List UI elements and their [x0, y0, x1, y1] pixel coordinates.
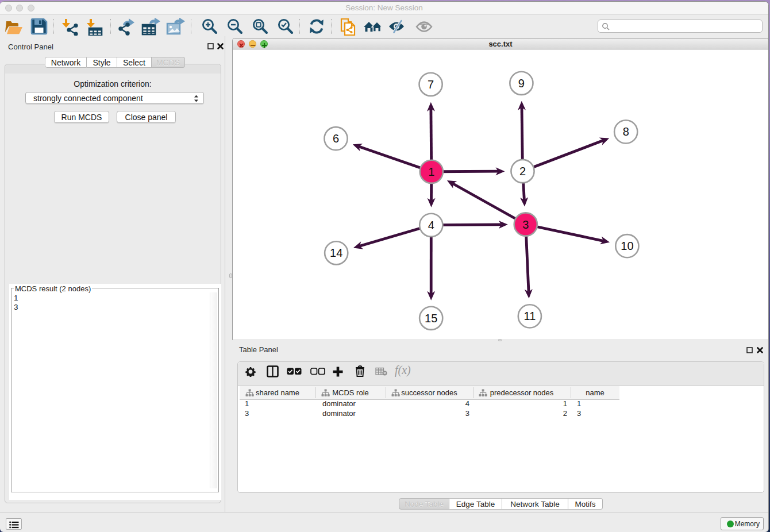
- svg-text:1: 1: [428, 165, 434, 178]
- svg-text:8: 8: [623, 125, 629, 138]
- svg-text:14: 14: [330, 246, 342, 259]
- svg-text:4: 4: [428, 219, 434, 232]
- svg-text:7: 7: [428, 78, 434, 91]
- svg-text:11: 11: [524, 310, 536, 322]
- svg-text:15: 15: [425, 312, 437, 325]
- svg-text:6: 6: [333, 132, 339, 145]
- svg-text:10: 10: [621, 240, 633, 252]
- svg-text:3: 3: [522, 218, 529, 231]
- svg-text:9: 9: [518, 77, 525, 90]
- svg-text:2: 2: [519, 165, 526, 178]
